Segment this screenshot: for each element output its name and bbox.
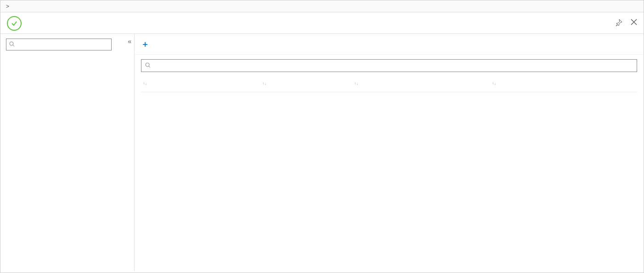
main-panel: ＋ ↑↓ ↑↓ ↑↓ ↑↓ — [135, 34, 644, 271]
connections-table: ↑↓ ↑↓ ↑↓ ↑↓ — [141, 75, 637, 92]
sort-icon: ↑↓ — [492, 81, 496, 86]
sort-icon: ↑↓ — [143, 81, 147, 86]
table-header: ↑↓ ↑↓ ↑↓ ↑↓ — [141, 75, 637, 92]
col-type[interactable]: ↑↓ — [352, 81, 490, 86]
col-name[interactable]: ↑↓ — [141, 81, 260, 86]
search-icon — [9, 41, 15, 48]
page-header — [0, 12, 644, 34]
add-icon: ＋ — [141, 39, 149, 50]
sidebar: « — [0, 34, 135, 271]
breadcrumb: > — [0, 0, 644, 12]
sidebar-search[interactable] — [6, 39, 112, 50]
svg-point-1 — [146, 63, 149, 67]
svg-point-0 — [10, 42, 13, 45]
section-settings — [0, 55, 134, 61]
close-icon[interactable] — [631, 19, 637, 28]
sort-icon: ↑↓ — [354, 81, 358, 86]
col-status[interactable]: ↑↓ — [260, 81, 352, 86]
vnet-gateway-icon — [7, 16, 22, 31]
pin-icon[interactable] — [615, 19, 622, 28]
search-icon — [145, 62, 151, 69]
col-peer[interactable]: ↑↓ — [490, 81, 619, 86]
breadcrumb-sep: > — [6, 3, 9, 10]
collapse-sidebar-icon[interactable]: « — [128, 38, 131, 45]
sidebar-nav[interactable] — [0, 53, 134, 271]
toolbar: ＋ — [135, 34, 644, 55]
sidebar-search-input[interactable] — [17, 41, 108, 48]
section-monitoring — [0, 61, 134, 68]
sort-icon: ↑↓ — [262, 81, 266, 86]
main-search[interactable] — [141, 59, 637, 72]
